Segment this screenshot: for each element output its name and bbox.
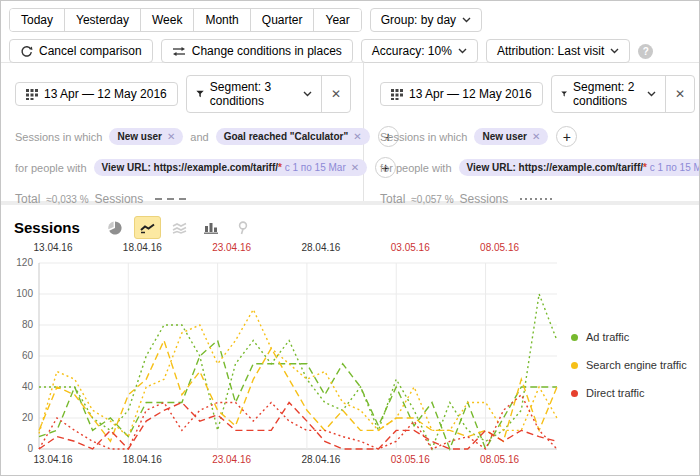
legend-item-ad-traffic[interactable]: Ad traffic bbox=[571, 331, 687, 343]
cancel-comparison-label: Cancel comparison bbox=[39, 44, 142, 58]
segment-label: Segment: 3 conditions bbox=[210, 80, 297, 108]
date-range-button-a[interactable]: 13 Apr — 12 May 2016 bbox=[15, 82, 178, 106]
toolbar-row-actions: Cancel comparison Change conditions in p… bbox=[9, 39, 691, 63]
chevron-down-icon bbox=[458, 48, 467, 54]
chart-header: Sessions bbox=[1, 205, 699, 243]
chip-close-icon[interactable]: ✕ bbox=[532, 131, 540, 142]
column-chart-icon bbox=[204, 221, 218, 234]
cancel-comparison-button[interactable]: Cancel comparison bbox=[9, 39, 153, 63]
chip-close-icon[interactable]: ✕ bbox=[353, 131, 361, 142]
calendar-grid-icon bbox=[391, 88, 403, 100]
legend-item-search-engine-traffic[interactable]: Search engine traffic bbox=[571, 359, 687, 371]
condition-chip-view-url[interactable]: View URL: https://example.com/tariff/* с… bbox=[459, 159, 700, 176]
group-by-label: Group: by day bbox=[381, 13, 456, 27]
period-today[interactable]: Today bbox=[10, 9, 65, 31]
refresh-icon bbox=[20, 45, 33, 58]
chart-area: 02040608010012013.04.1613.04.1618.04.161… bbox=[1, 243, 699, 476]
period-month[interactable]: Month bbox=[194, 9, 250, 31]
date-label-top: 03.05.16 bbox=[391, 243, 430, 253]
segment-dropdown-b[interactable]: Segment: 2 conditions bbox=[552, 76, 666, 112]
filter-funnel-icon bbox=[561, 89, 567, 99]
remove-segment-b-button[interactable]: ✕ bbox=[666, 76, 694, 112]
dotted-line-sample bbox=[520, 197, 554, 201]
segment-control-b: Segment: 2 conditions ✕ bbox=[551, 75, 695, 113]
y-tick-label: 20 bbox=[22, 412, 34, 423]
calendar-grid-icon bbox=[26, 88, 38, 100]
chevron-down-icon bbox=[610, 48, 619, 54]
condition-chip-new-user[interactable]: New user ✕ bbox=[109, 128, 183, 145]
date-label-top: 18.04.16 bbox=[123, 243, 162, 253]
condition-chip-goal[interactable]: Goal reached "Calculator" ✕ bbox=[216, 128, 370, 145]
period-quarter[interactable]: Quarter bbox=[251, 9, 315, 31]
series-direct-traffic-B bbox=[39, 395, 557, 449]
date-range-label: 13 Apr — 12 May 2016 bbox=[409, 87, 532, 101]
total-label: Total bbox=[380, 192, 405, 206]
y-tick-label: 0 bbox=[27, 443, 33, 454]
total-value: ≈0,057 % bbox=[411, 194, 453, 205]
toolbar-row-periods: Today Yesterday Week Month Quarter Year … bbox=[9, 8, 691, 32]
total-label: Total bbox=[15, 192, 40, 206]
date-label-bottom: 03.05.16 bbox=[391, 454, 430, 465]
legend-item-direct-traffic[interactable]: Direct traffic bbox=[571, 387, 687, 399]
swap-arrows-icon bbox=[172, 46, 186, 57]
chevron-down-icon bbox=[303, 91, 312, 97]
period-yesterday[interactable]: Yesterday bbox=[65, 9, 141, 31]
chart-legend: Ad trafficSearch engine trafficDirect tr… bbox=[571, 331, 687, 415]
total-value: ≈0,033 % bbox=[46, 194, 88, 205]
sessions-in-which-label: Sessions in which bbox=[380, 131, 467, 143]
remove-segment-a-button[interactable]: ✕ bbox=[322, 76, 350, 112]
change-conditions-label: Change conditions in places bbox=[192, 44, 342, 58]
chip-label: New user bbox=[117, 131, 161, 142]
chip-label: View URL: https://example.com/tariff/* с… bbox=[102, 162, 346, 173]
chart-type-map-button[interactable] bbox=[230, 216, 257, 239]
chip-label: View URL: https://example.com/tariff/* с… bbox=[467, 162, 700, 173]
date-range-button-b[interactable]: 13 Apr — 12 May 2016 bbox=[380, 82, 543, 106]
chevron-down-icon bbox=[462, 17, 471, 23]
for-people-with-label: for people with bbox=[15, 162, 87, 174]
period-year[interactable]: Year bbox=[314, 9, 360, 31]
y-tick-label: 100 bbox=[16, 288, 33, 299]
date-label-bottom: 23.04.16 bbox=[212, 454, 251, 465]
comparison-panels: 13 Apr — 12 May 2016 Segment: 3 conditio… bbox=[1, 63, 699, 201]
chart-type-pie-button[interactable] bbox=[102, 216, 129, 239]
accuracy-dropdown[interactable]: Accuracy: 10% bbox=[361, 39, 478, 63]
chip-close-icon[interactable]: ✕ bbox=[351, 162, 359, 173]
add-condition-button[interactable]: + bbox=[556, 126, 577, 147]
stacked-area-icon bbox=[172, 222, 187, 234]
chart-type-line-button[interactable] bbox=[134, 216, 161, 239]
chart-type-columns-button[interactable] bbox=[198, 216, 225, 239]
legend-dot-icon bbox=[571, 390, 578, 397]
date-label-bottom: 28.04.16 bbox=[301, 454, 340, 465]
date-label-top: 28.04.16 bbox=[301, 243, 340, 253]
help-icon[interactable]: ? bbox=[638, 44, 653, 59]
group-by-dropdown[interactable]: Group: by day bbox=[370, 8, 482, 32]
legend-dot-icon bbox=[571, 334, 578, 341]
condition-chip-view-url[interactable]: View URL: https://example.com/tariff/* с… bbox=[94, 159, 368, 176]
date-label-top: 23.04.16 bbox=[212, 243, 251, 253]
period-week[interactable]: Week bbox=[141, 9, 194, 31]
segment-control-a: Segment: 3 conditions ✕ bbox=[186, 75, 351, 113]
date-label-top: 08.05.16 bbox=[480, 243, 519, 253]
total-row-b: Total ≈0,057 % Sessions bbox=[380, 192, 695, 206]
attribution-label: Attribution: Last visit bbox=[497, 44, 604, 58]
segment-dropdown-a[interactable]: Segment: 3 conditions bbox=[187, 76, 321, 112]
y-tick-label: 60 bbox=[22, 350, 34, 361]
y-tick-label: 120 bbox=[16, 257, 33, 268]
and-label: and bbox=[190, 131, 208, 143]
chip-label: New user bbox=[482, 131, 526, 142]
chip-label: Goal reached "Calculator" bbox=[224, 131, 349, 142]
period-segmented-control: Today Yesterday Week Month Quarter Year bbox=[9, 8, 362, 32]
condition-chip-new-user[interactable]: New user ✕ bbox=[474, 128, 548, 145]
date-label-bottom: 18.04.16 bbox=[123, 454, 162, 465]
attribution-dropdown[interactable]: Attribution: Last visit bbox=[486, 39, 630, 63]
chart-type-area-button[interactable] bbox=[166, 216, 193, 239]
change-conditions-button[interactable]: Change conditions in places bbox=[161, 39, 353, 63]
total-metric: Sessions bbox=[460, 192, 509, 206]
y-tick-label: 80 bbox=[22, 319, 34, 330]
for-people-with-label: for people with bbox=[380, 162, 452, 174]
segment-label: Segment: 2 conditions bbox=[573, 80, 641, 108]
chevron-down-icon bbox=[647, 91, 656, 97]
analytics-app: Today Yesterday Week Month Quarter Year … bbox=[0, 0, 700, 476]
total-row-a: Total ≈0,033 % Sessions bbox=[15, 192, 351, 206]
chip-close-icon[interactable]: ✕ bbox=[167, 131, 175, 142]
